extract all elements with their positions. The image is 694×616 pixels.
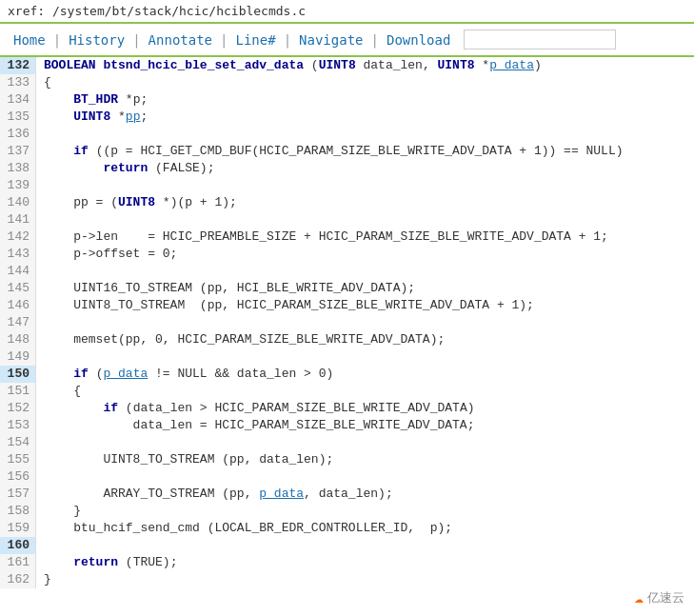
- line-number[interactable]: 153: [0, 417, 36, 434]
- code-content: }: [36, 503, 694, 520]
- nav-history[interactable]: History: [63, 30, 130, 50]
- table-row: 139: [0, 177, 694, 194]
- line-number[interactable]: 147: [0, 314, 36, 331]
- table-row: 160: [0, 537, 694, 554]
- table-row: 151 {: [0, 383, 694, 400]
- table-row: 150 if (p_data != NULL && data_len > 0): [0, 366, 694, 383]
- line-number[interactable]: 136: [0, 126, 36, 143]
- nav-line[interactable]: Line#: [229, 30, 281, 50]
- line-number[interactable]: 143: [0, 246, 36, 263]
- watermark-icon: ☁: [634, 588, 644, 606]
- nav-bar: Home | History | Annotate | Line# | Navi…: [0, 24, 694, 57]
- line-number[interactable]: 145: [0, 280, 36, 297]
- line-number[interactable]: 148: [0, 331, 36, 348]
- nav-sep-3: |: [218, 32, 229, 48]
- code-content: ARRAY_TO_STREAM (pp, p_data, data_len);: [36, 486, 694, 503]
- code-content: return (FALSE);: [36, 160, 694, 177]
- nav-download[interactable]: Download: [381, 30, 456, 50]
- code-content: BT_HDR *p;: [36, 91, 694, 109]
- line-number[interactable]: 139: [0, 177, 36, 194]
- code-content: BOOLEAN btsnd_hcic_ble_set_adv_data (UIN…: [36, 57, 694, 74]
- table-row: 135 UINT8 *pp;: [0, 109, 694, 126]
- table-row: 138 return (FALSE);: [0, 160, 694, 177]
- line-number[interactable]: 160: [0, 537, 36, 554]
- line-number[interactable]: 161: [0, 554, 36, 571]
- line-number[interactable]: 133: [0, 74, 36, 91]
- table-row: 145 UINT16_TO_STREAM (pp, HCI_BLE_WRITE_…: [0, 280, 694, 297]
- table-row: 132BOOLEAN btsnd_hcic_ble_set_adv_data (…: [0, 57, 694, 74]
- table-row: 133{: [0, 74, 694, 91]
- code-content: data_len = HCIC_PARAM_SIZE_BLE_WRITE_ADV…: [36, 417, 694, 434]
- line-number[interactable]: 135: [0, 109, 36, 126]
- line-number[interactable]: 154: [0, 434, 36, 451]
- table-row: 144: [0, 263, 694, 280]
- nav-home[interactable]: Home: [8, 30, 51, 50]
- xref-text: xref: /system/bt/stack/hcic/hciblecmds.c: [8, 4, 306, 18]
- table-row: 136: [0, 126, 694, 143]
- line-number[interactable]: 146: [0, 297, 36, 314]
- line-number[interactable]: 152: [0, 400, 36, 417]
- code-content: UINT8_TO_STREAM (pp, data_len);: [36, 451, 694, 468]
- line-number[interactable]: 155: [0, 451, 36, 468]
- table-row: 140 pp = (UINT8 *)(p + 1);: [0, 194, 694, 211]
- table-row: 158 }: [0, 503, 694, 520]
- table-row: 156: [0, 468, 694, 486]
- code-content: return (TRUE);: [36, 554, 694, 571]
- table-row: 153 data_len = HCIC_PARAM_SIZE_BLE_WRITE…: [0, 417, 694, 434]
- line-number[interactable]: 140: [0, 194, 36, 211]
- line-number[interactable]: 138: [0, 160, 36, 177]
- code-content: p->offset = 0;: [36, 246, 694, 263]
- nav-sep-4: |: [282, 32, 293, 48]
- line-number[interactable]: 158: [0, 503, 36, 520]
- nav-annotate[interactable]: Annotate: [143, 30, 218, 50]
- table-row: 146 UINT8_TO_STREAM (pp, HCIC_PARAM_SIZE…: [0, 297, 694, 314]
- code-content: UINT16_TO_STREAM (pp, HCI_BLE_WRITE_ADV_…: [36, 280, 694, 297]
- table-row: 143 p->offset = 0;: [0, 246, 694, 263]
- code-content: UINT8 *pp;: [36, 109, 694, 126]
- code-content: UINT8_TO_STREAM (pp, HCIC_PARAM_SIZE_BLE…: [36, 297, 694, 314]
- table-row: 154: [0, 434, 694, 451]
- line-number[interactable]: 144: [0, 263, 36, 280]
- table-row: 134 BT_HDR *p;: [0, 91, 694, 109]
- xref-bar: xref: /system/bt/stack/hcic/hciblecmds.c: [0, 0, 694, 24]
- table-row: 149: [0, 348, 694, 366]
- table-row: 162}: [0, 571, 694, 588]
- code-content: pp = (UINT8 *)(p + 1);: [36, 194, 694, 211]
- code-content: }: [36, 571, 694, 588]
- table-row: 157 ARRAY_TO_STREAM (pp, p_data, data_le…: [0, 486, 694, 503]
- code-content: if (p_data != NULL && data_len > 0): [36, 366, 694, 383]
- code-content: if (data_len > HCIC_PARAM_SIZE_BLE_WRITE…: [36, 400, 694, 417]
- code-content: {: [36, 74, 694, 91]
- code-content: p->len = HCIC_PREAMBLE_SIZE + HCIC_PARAM…: [36, 229, 694, 246]
- line-number[interactable]: 142: [0, 229, 36, 246]
- code-area: 132BOOLEAN btsnd_hcic_ble_set_adv_data (…: [0, 57, 694, 588]
- line-number[interactable]: 137: [0, 143, 36, 160]
- line-number[interactable]: 151: [0, 383, 36, 400]
- nav-sep-1: |: [51, 32, 63, 48]
- table-row: 137 if ((p = HCI_GET_CMD_BUF(HCIC_PARAM_…: [0, 143, 694, 160]
- table-row: 159 btu_hcif_send_cmd (LOCAL_BR_EDR_CONT…: [0, 520, 694, 537]
- table-row: 148 memset(pp, 0, HCIC_PARAM_SIZE_BLE_WR…: [0, 331, 694, 348]
- line-number[interactable]: 159: [0, 520, 36, 537]
- line-number[interactable]: 134: [0, 91, 36, 109]
- nav-navigate[interactable]: Navigate: [293, 30, 368, 50]
- search-input[interactable]: [464, 30, 616, 50]
- line-number[interactable]: 150: [0, 366, 36, 383]
- code-content: {: [36, 383, 694, 400]
- nav-sep-2: |: [130, 32, 142, 48]
- line-number[interactable]: 156: [0, 468, 36, 486]
- table-row: 155 UINT8_TO_STREAM (pp, data_len);: [0, 451, 694, 468]
- code-content: memset(pp, 0, HCIC_PARAM_SIZE_BLE_WRITE_…: [36, 331, 694, 348]
- code-content: if ((p = HCI_GET_CMD_BUF(HCIC_PARAM_SIZE…: [36, 143, 694, 160]
- table-row: 161 return (TRUE);: [0, 554, 694, 571]
- line-number[interactable]: 162: [0, 571, 36, 588]
- line-number[interactable]: 132: [0, 57, 36, 74]
- code-content: btu_hcif_send_cmd (LOCAL_BR_EDR_CONTROLL…: [36, 520, 694, 537]
- line-number[interactable]: 157: [0, 486, 36, 503]
- search-container: [464, 30, 686, 50]
- line-number[interactable]: 141: [0, 211, 36, 229]
- table-row: 142 p->len = HCIC_PREAMBLE_SIZE + HCIC_P…: [0, 229, 694, 246]
- table-row: 147: [0, 314, 694, 331]
- line-number[interactable]: 149: [0, 348, 36, 366]
- watermark: ☁ 亿速云: [634, 588, 684, 606]
